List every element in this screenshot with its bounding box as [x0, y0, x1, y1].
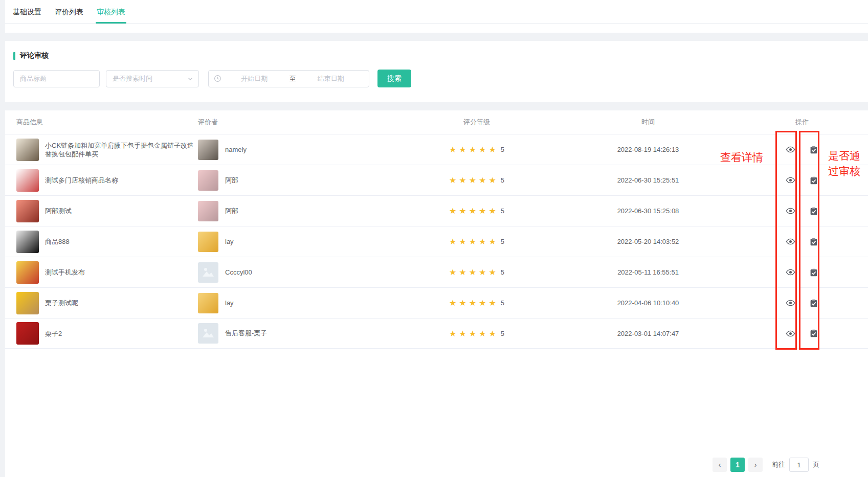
product-title-input[interactable] [13, 70, 100, 87]
clipboard-check-icon [809, 237, 818, 246]
reviewer-avatar [198, 293, 218, 313]
product-name: 阿部测试 [45, 207, 72, 215]
tab-audit-list[interactable]: 审核列表 [97, 0, 125, 24]
review-table-panel: 商品信息 评价者 评分等级 时间 操作 小CK链条加粗加宽单肩腋下包手提包金属链… [5, 110, 868, 477]
approve-review-button[interactable] [802, 145, 826, 154]
product-thumbnail [16, 261, 39, 284]
reviewer-name: 阿部 [225, 176, 238, 185]
tabs-panel: 基础设置 评价列表 审核列表 [5, 0, 868, 33]
table-row: 小CK链条加粗加宽单肩腋下包手提包金属链子改造替换包包配件单买 namely ★… [5, 134, 868, 165]
star-rating: ★★★★★ [449, 145, 499, 154]
pagination-prev-button[interactable]: ‹ [713, 458, 727, 472]
reviewer-name: namely [225, 146, 247, 153]
clipboard-check-icon [809, 268, 818, 277]
view-details-button[interactable] [778, 329, 802, 338]
reviewer-avatar [198, 323, 218, 344]
start-date-placeholder: 开始日期 [221, 74, 287, 83]
pagination-goto-input[interactable] [789, 458, 809, 472]
pagination-page-unit: 页 [813, 460, 819, 469]
rating-value: 5 [501, 238, 504, 245]
rating-value: 5 [501, 268, 504, 276]
table-row: 栗子2 售后客服-栗子 ★★★★★5 2022-03-01 14:07:47 [5, 318, 868, 349]
product-name: 商品888 [45, 237, 70, 246]
review-time: 2022-05-20 14:03:52 [518, 238, 778, 245]
time-filter-select[interactable]: 是否搜索时间 [106, 70, 199, 87]
table-row: 栗子测试呢 lay ★★★★★5 2022-04-06 10:10:40 [5, 287, 868, 318]
star-rating: ★★★★★ [449, 299, 499, 307]
pagination-page-1[interactable]: 1 [730, 458, 745, 472]
approve-review-button[interactable] [802, 268, 826, 277]
table-row: 测试手机发布 Ccccyl00 ★★★★★5 2022-05-11 16:55:… [5, 257, 868, 287]
product-thumbnail [16, 169, 39, 192]
review-time: 2022-08-19 14:26:13 [518, 146, 778, 153]
clipboard-check-icon [809, 299, 818, 308]
header-time: 时间 [518, 118, 778, 127]
pagination: ‹ 1 › 前往 页 [709, 458, 819, 472]
product-name: 测试多门店核销商品名称 [45, 176, 118, 185]
eye-icon [786, 206, 795, 216]
reviewer-name: 售后客服-栗子 [225, 329, 267, 338]
product-name: 栗子测试呢 [45, 299, 78, 307]
tab-review-list[interactable]: 评价列表 [55, 0, 83, 24]
end-date-placeholder: 结束日期 [298, 74, 364, 83]
star-rating: ★★★★★ [449, 207, 499, 215]
review-time: 2022-06-30 15:25:08 [518, 207, 778, 215]
eye-icon [786, 175, 795, 185]
reviewer-name: Ccccyl00 [225, 268, 252, 276]
title-accent-bar [13, 52, 15, 60]
product-thumbnail [16, 322, 39, 345]
eye-icon [786, 145, 795, 154]
reviewer-avatar [198, 232, 218, 252]
view-details-button[interactable] [778, 237, 802, 246]
date-range-separator: 至 [287, 74, 298, 83]
header-rating: 评分等级 [436, 118, 518, 127]
view-details-button[interactable] [778, 206, 802, 216]
eye-icon [786, 298, 795, 308]
view-details-button[interactable] [778, 175, 802, 185]
search-row: 是否搜索时间 开始日期 至 结束日期 搜索 [13, 70, 868, 87]
product-name: 栗子2 [45, 329, 62, 338]
eye-icon [786, 237, 795, 246]
review-time: 2022-05-11 16:55:51 [518, 268, 778, 276]
section-title: 评论审核 [13, 51, 868, 60]
product-thumbnail [16, 200, 39, 222]
header-product: 商品信息 [11, 118, 198, 127]
reviewer-name: lay [225, 238, 234, 245]
approve-review-button[interactable] [802, 207, 826, 216]
image-placeholder-icon [202, 266, 215, 279]
star-rating: ★★★★★ [449, 329, 499, 338]
time-filter-placeholder: 是否搜索时间 [113, 74, 152, 83]
tab-bar: 基础设置 评价列表 审核列表 [5, 0, 868, 24]
view-details-button[interactable] [778, 145, 802, 154]
date-range-picker[interactable]: 开始日期 至 结束日期 [208, 70, 369, 87]
view-details-button[interactable] [778, 267, 802, 277]
product-name: 测试手机发布 [45, 268, 85, 277]
clipboard-check-icon [809, 176, 818, 185]
product-name: 小CK链条加粗加宽单肩腋下包手提包金属链子改造替换包包配件单买 [45, 141, 198, 158]
review-time: 2022-03-01 14:07:47 [518, 330, 778, 337]
reviewer-avatar [198, 140, 218, 160]
product-thumbnail [16, 292, 39, 314]
review-time: 2022-04-06 10:10:40 [518, 299, 778, 307]
approve-review-button[interactable] [802, 176, 826, 185]
table-row: 阿部测试 阿部 ★★★★★5 2022-06-30 15:25:08 [5, 195, 868, 226]
clock-icon [214, 75, 221, 82]
clipboard-check-icon [809, 207, 818, 216]
approve-review-button[interactable] [802, 237, 826, 246]
search-panel: 评论审核 是否搜索时间 开始日期 至 结束日期 搜索 [5, 41, 868, 102]
search-button[interactable]: 搜索 [377, 70, 411, 87]
clipboard-check-icon [809, 145, 818, 154]
approve-review-button[interactable] [802, 299, 826, 308]
pagination-next-button[interactable]: › [748, 458, 763, 472]
chevron-down-icon [187, 76, 193, 82]
header-actions: 操作 [778, 118, 826, 127]
eye-icon [786, 329, 795, 338]
tab-basic-settings[interactable]: 基础设置 [13, 0, 41, 24]
rating-value: 5 [501, 207, 504, 215]
view-details-button[interactable] [778, 298, 802, 308]
approve-review-button[interactable] [802, 329, 826, 338]
header-reviewer: 评价者 [198, 118, 436, 127]
table-row: 测试多门店核销商品名称 阿部 ★★★★★5 2022-06-30 15:25:5… [5, 165, 868, 195]
reviewer-name: lay [225, 299, 234, 307]
rating-value: 5 [501, 146, 504, 153]
